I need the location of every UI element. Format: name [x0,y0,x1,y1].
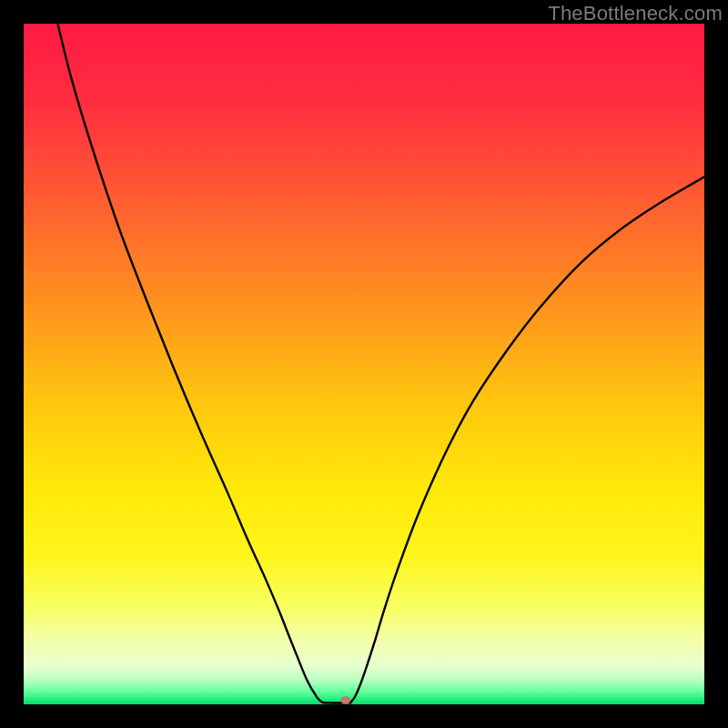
watermark-text: TheBottleneck.com [548,2,723,25]
chart-background [24,24,704,704]
marker-dot [340,696,350,703]
chart-svg [24,24,704,704]
chart-frame [24,24,704,704]
